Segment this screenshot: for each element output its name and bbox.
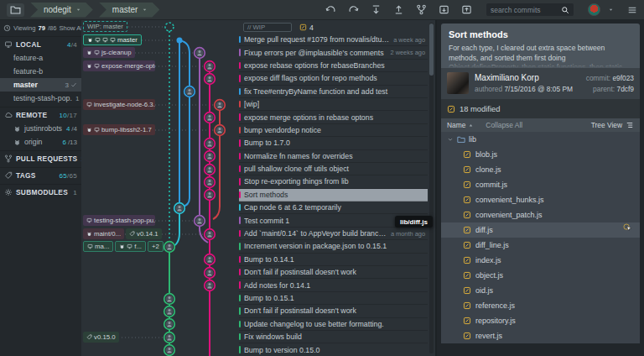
user-avatar[interactable] — [588, 3, 600, 16]
sort-by-name[interactable]: Name — [447, 121, 465, 129]
tree-file-object-js[interactable]: object.js — [441, 268, 640, 283]
wip-message-input[interactable]: // WIP — [243, 23, 292, 32]
parent-sha[interactable]: 7dcf9 — [617, 85, 635, 93]
open-repo-button[interactable] — [7, 3, 24, 17]
tree-file-diff-js[interactable]: diff.js — [441, 222, 640, 238]
redo-icon[interactable] — [348, 4, 359, 15]
commit-row[interactable]: expose merge options in rebase optons — [239, 111, 428, 123]
sidebar-item-justinrobots[interactable]: justinrobots4/4 — [0, 122, 81, 135]
wip-file-count[interactable]: 4 — [299, 24, 314, 32]
tree-file-clone-js[interactable]: clone.js — [441, 162, 640, 177]
tree-file-revert-js[interactable]: revert.js — [441, 328, 640, 343]
section-header[interactable]: LOCAL4/4 — [0, 38, 81, 51]
section-header[interactable]: TAGS65/65 — [0, 169, 81, 182]
profile-caret-icon[interactable] — [608, 7, 614, 13]
tree-file-index-js[interactable]: index.js — [441, 253, 640, 268]
commit-row[interactable]: Fixup errors per @implausible's comments… — [239, 46, 428, 59]
branch-label--2[interactable]: +2 — [148, 241, 164, 252]
branch-label-maint-0-[interactable]: maint/0... — [83, 228, 124, 239]
commit-row[interactable]: expose diff flags option for repo method… — [239, 72, 428, 85]
commit-date: a week ago — [390, 36, 425, 44]
commit-row[interactable]: Stop re-exporting things from lib — [239, 175, 428, 188]
collapse-all-button[interactable]: Collapse All — [486, 121, 522, 129]
section-header[interactable]: PULL REQUESTS18 — [0, 152, 81, 165]
branch-color-tick — [239, 204, 241, 211]
tree-file-reference-js[interactable]: reference.js — [441, 298, 640, 313]
branch-label-v0-14-1[interactable]: v0.14.1 — [126, 228, 162, 239]
sidebar-item-origin[interactable]: origin6/13 — [0, 135, 81, 149]
commit-row[interactable]: Bump to 1.7.0 — [239, 137, 428, 149]
branch-label-v0-15-0[interactable]: v0.15.0 — [83, 332, 119, 343]
commit-row[interactable]: Update changelog to use better formattin… — [239, 318, 428, 331]
pull-icon[interactable] — [371, 4, 382, 15]
author-avatar[interactable] — [447, 72, 469, 94]
branch-color-tick — [239, 230, 241, 237]
commit-row[interactable]: Don't fail if postinstall doesn't work — [239, 305, 428, 317]
viewing-label: Viewing — [13, 24, 35, 32]
commit-row[interactable]: Don't fail if postinstall doesn't work — [239, 266, 428, 279]
push-icon[interactable] — [393, 4, 404, 15]
commit-row[interactable]: expose rebase options for rebaseBranches — [239, 60, 428, 72]
section-header[interactable]: REMOTE10/17 — [0, 108, 81, 122]
commit-row[interactable]: Add `maint/0.14` to AppVeyor build branc… — [239, 228, 428, 240]
branch-tab[interactable]: master — [99, 3, 160, 18]
sidebar-item-master[interactable]: master3 — [0, 78, 81, 92]
tree-view-toggle[interactable]: Tree View — [591, 121, 634, 129]
toolbar: nodegit master search commits — [0, 0, 644, 20]
tree-file-convenient-hunks-js[interactable]: convenient_hunks.js — [441, 192, 640, 207]
viewing-filter[interactable]: Viewing 79/86 Show All — [0, 22, 81, 34]
branch-label-investigate-node-6-3-[interactable]: investigate-node-6.3... — [83, 99, 155, 110]
scrollbar-thumb[interactable] — [429, 24, 434, 76]
octocat-icon — [119, 243, 125, 249]
tree-file-convenient-patch-js[interactable]: convenient_patch.js — [441, 207, 640, 222]
commit-row[interactable]: pull shallow clone off utils object — [239, 163, 428, 175]
branch-label-bump-libssh2-1-7[interactable]: bump-libssh2-1.7 — [83, 124, 155, 135]
commit-row[interactable]: [wip] — [239, 98, 428, 111]
commit-row[interactable]: Increment version in package.json to 0.1… — [239, 240, 428, 253]
commit-row-selected[interactable]: Sort methods — [239, 189, 428, 202]
commit-row[interactable]: Bump to 0.15.1 — [239, 292, 428, 305]
branch-color-tick — [239, 62, 241, 69]
tree-file-oid-js[interactable]: oid.js — [441, 283, 640, 298]
undo-icon[interactable] — [325, 4, 336, 15]
commit-row[interactable]: fix Tree#entryByName function and add te… — [239, 86, 428, 98]
branch-icon[interactable] — [416, 4, 427, 15]
branch-label-ma-[interactable]: ma... — [83, 241, 113, 252]
commit-row[interactable]: Bump to 0.14.1 — [239, 254, 428, 266]
commit-row[interactable]: bump vendordep notice — [239, 124, 428, 137]
branch-label-f-[interactable]: f... — [115, 241, 146, 252]
commit-message: Fixup errors per @implausible's comments — [244, 49, 387, 57]
commit-row[interactable]: Bump to version 0.15.0 — [239, 343, 428, 356]
commit-row[interactable]: Cap node 6 at 6.2 temporarily — [239, 202, 428, 214]
tree-folder-lib[interactable]: lib — [441, 132, 640, 147]
commit-row[interactable]: Fix windows build — [239, 331, 428, 343]
modified-icon — [463, 150, 471, 159]
search-commits-input[interactable]: search commits — [486, 3, 574, 16]
tree-file-repository-js[interactable]: repository.js — [441, 313, 640, 328]
section-header[interactable]: SUBMODULES1 — [0, 186, 81, 199]
commit-row[interactable]: Add notes for 0.14.1 — [239, 279, 428, 291]
tree-file-diff-line-js[interactable]: diff_line.js — [441, 238, 640, 253]
branch-label-js-cleanup[interactable]: js-cleanup — [83, 47, 135, 58]
sidebar-item-feature-b[interactable]: feature-b — [0, 65, 81, 78]
commit-row[interactable]: Merge pull request #1079 from novalis/dt… — [239, 34, 428, 46]
commit-row[interactable]: Normalize fn names for overrides — [239, 150, 428, 163]
sidebar-section-tags: TAGS65/65 — [0, 167, 81, 182]
tree-file-commit-js[interactable]: commit.js — [441, 177, 640, 192]
commit-sha[interactable]: e9f023 — [612, 74, 634, 82]
repo-tab[interactable]: nodegit — [30, 3, 93, 18]
branch-label-expose-merge-opto-[interactable]: expose-merge-opto.. — [83, 60, 155, 71]
branch-label-wip-master[interactable]: WIP: master — [83, 21, 127, 32]
pop-stash-icon[interactable] — [461, 4, 472, 15]
show-all-link[interactable]: Show All — [59, 24, 81, 32]
gear-icon — [4, 188, 13, 196]
commit-message: Fix windows build — [244, 332, 425, 341]
tree-file-blob-js[interactable]: blob.js — [441, 147, 640, 162]
branch-label-testing-stash-pop-pu-[interactable]: testing-stash-pop-pu... — [83, 215, 155, 226]
branch-label-master[interactable]: master — [83, 34, 142, 45]
graph-scrollbar[interactable] — [429, 23, 434, 353]
hamburger-menu-icon[interactable] — [627, 5, 637, 15]
stash-icon[interactable] — [439, 4, 449, 15]
sidebar-item-testing-stash-pop-[interactable]: testing-stash-pop.1 — [0, 92, 81, 105]
sidebar-item-feature-a[interactable]: feature-a — [0, 51, 81, 65]
